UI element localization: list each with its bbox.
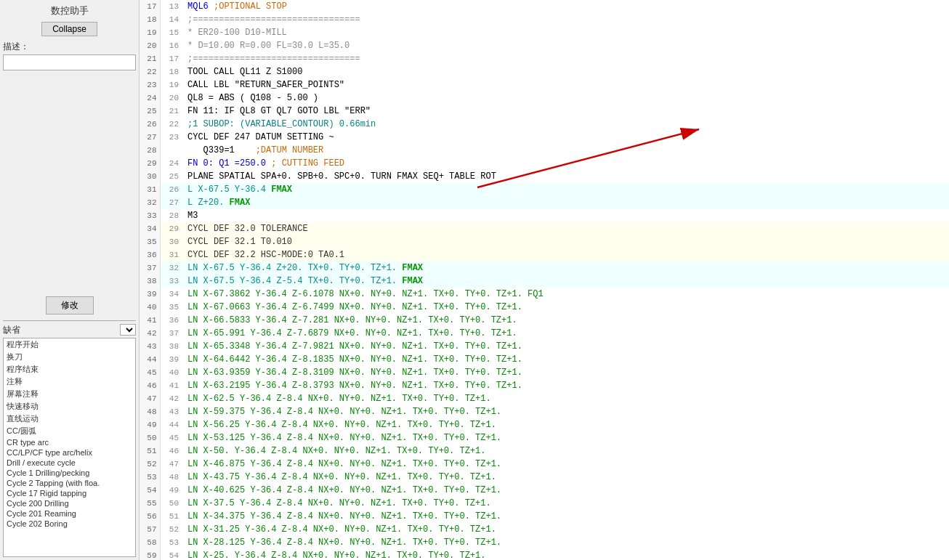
list-item[interactable]: Cycle 17 Rigid tapping — [4, 488, 135, 498]
inner-line-num: 50 — [160, 497, 183, 510]
outer-line-num: 20 — [140, 39, 160, 52]
inner-line-num: 48 — [160, 471, 183, 484]
table-row: 1814;================================ — [140, 13, 949, 26]
code-line: LN X-40.625 Y-36.4 Z-8.4 NX+0. NY+0. NZ+… — [183, 484, 949, 497]
section-label-text: 缺省 — [3, 324, 20, 336]
outer-line-num: 18 — [140, 13, 160, 26]
list-item[interactable]: Cycle 1 Drilling/pecking — [4, 468, 135, 478]
list-item[interactable]: 注释 — [4, 376, 135, 388]
code-line: LN X-46.875 Y-36.4 Z-8.4 NX+0. NY+0. NZ+… — [183, 458, 949, 471]
outer-line-num: 30 — [140, 170, 160, 183]
list-item[interactable]: 程序开始 — [4, 338, 135, 351]
inner-line-num: 54 — [160, 549, 183, 560]
inner-line-num: 15 — [160, 26, 183, 39]
collapse-button[interactable]: Collapse — [41, 22, 97, 36]
outer-line-num: 22 — [140, 65, 160, 78]
inner-line-num: 30 — [160, 235, 183, 248]
inner-line-num: 51 — [160, 510, 183, 523]
code-line: TOOL CALL QL11 Z S1000 — [183, 65, 949, 78]
outer-line-num: 39 — [140, 288, 160, 301]
code-line: LN X-37.5 Y-36.4 Z-8.4 NX+0. NY+0. NZ+1.… — [183, 497, 949, 510]
table-row: 1915* ER20-100 D10-MILL — [140, 26, 949, 39]
code-line: LN X-65.3348 Y-36.4 Z-7.9821 NX+0. NY+0.… — [183, 340, 949, 353]
outer-line-num: 58 — [140, 536, 160, 549]
code-line: ;1 SUBOP: (VARIABLE_CONTOUR) 0.66min — [183, 118, 949, 131]
table-row: 5247LN X-46.875 Y-36.4 Z-8.4 NX+0. NY+0.… — [140, 458, 949, 471]
code-line: LN X-63.2195 Y-36.4 Z-8.3793 NX+0. NY+0.… — [183, 379, 949, 392]
code-line: ;================================ — [183, 13, 949, 26]
table-row: 4540LN X-63.9359 Y-36.4 Z-8.3109 NX+0. N… — [140, 366, 949, 379]
list-item[interactable]: 程序结束 — [4, 363, 135, 376]
outer-line-num: 52 — [140, 458, 160, 471]
sidebar-title: 数控助手 — [3, 3, 136, 20]
list-area: 程序开始换刀程序结束注释屏幕注释快速移动直线运动CC/圆弧CR type arc… — [3, 338, 136, 558]
list-item[interactable]: Cycle 200 Drilling — [4, 498, 135, 508]
inner-line-num: 20 — [160, 92, 183, 105]
list-item[interactable]: 直线运动 — [4, 413, 135, 425]
code-line: * ER20-100 D10-MILL — [183, 26, 949, 39]
list-item[interactable]: 快速移动 — [4, 400, 135, 413]
code-line: LN X-64.6442 Y-36.4 Z-8.1835 NX+0. NY+0.… — [183, 353, 949, 366]
code-line: LN X-67.5 Y-36.4 Z+20. TX+0. TY+0. TZ+1.… — [183, 261, 949, 275]
table-row: 3328M3 — [140, 209, 949, 222]
inner-line-num: 45 — [160, 431, 183, 445]
list-item[interactable]: CR type arc — [4, 437, 135, 447]
list-item[interactable]: 屏幕注释 — [4, 388, 135, 400]
code-line: LN X-62.5 Y-36.4 Z-8.4 NX+0. NY+0. NZ+1.… — [183, 392, 949, 405]
table-row: 3934LN X-67.3862 Y-36.4 Z-6.1078 NX+0. N… — [140, 288, 949, 301]
table-row: 3025PLANE SPATIAL SPA+0. SPB+0. SPC+0. T… — [140, 170, 949, 183]
inner-line-num: 39 — [160, 353, 183, 366]
inner-line-num: 46 — [160, 445, 183, 458]
section-select[interactable] — [120, 324, 136, 336]
table-row: 4742LN X-62.5 Y-36.4 Z-8.4 NX+0. NY+0. N… — [140, 392, 949, 405]
table-row: 5550LN X-37.5 Y-36.4 Z-8.4 NX+0. NY+0. N… — [140, 497, 949, 510]
outer-line-num: 35 — [140, 235, 160, 248]
outer-line-num: 53 — [140, 471, 160, 484]
code-line: FN 11: IF QL8 GT QL7 GOTO LBL "ERR" — [183, 105, 949, 118]
list-item[interactable]: CC/LP/CF type arc/helix — [4, 447, 135, 458]
desc-input[interactable] — [3, 54, 136, 70]
table-row: 4035LN X-67.0663 Y-36.4 Z-6.7499 NX+0. N… — [140, 301, 949, 314]
code-line: CYCL DEF 247 DATUM SETTING ~ — [183, 131, 949, 144]
modify-button[interactable]: 修改 — [46, 296, 94, 315]
table-row: 5954LN X-25. Y-36.4 Z-8.4 NX+0. NY+0. NZ… — [140, 549, 949, 560]
outer-line-num: 28 — [140, 144, 160, 157]
table-row: 2521FN 11: IF QL8 GT QL7 GOTO LBL "ERR" — [140, 105, 949, 118]
inner-line-num: 17 — [160, 52, 183, 65]
table-row: 4237LN X-65.991 Y-36.4 Z-7.6879 NX+0. NY… — [140, 327, 949, 340]
inner-line-num: 18 — [160, 65, 183, 78]
table-row: 2723CYCL DEF 247 DATUM SETTING ~ — [140, 131, 949, 144]
inner-line-num: 41 — [160, 379, 183, 392]
code-line: PLANE SPATIAL SPA+0. SPB+0. SPC+0. TURN … — [183, 170, 949, 183]
inner-line-num: 13 — [160, 0, 183, 13]
list-item[interactable]: 换刀 — [4, 351, 135, 363]
table-row: 3126L X-67.5 Y-36.4 FMAX — [140, 183, 949, 196]
code-line: LN X-25. Y-36.4 Z-8.4 NX+0. NY+0. NZ+1. … — [183, 549, 949, 560]
list-item[interactable]: Drill / execute cycle — [4, 458, 135, 468]
inner-line-num: 53 — [160, 536, 183, 549]
outer-line-num: 59 — [140, 549, 160, 560]
inner-line-num: 40 — [160, 366, 183, 379]
table-row: 5853LN X-28.125 Y-36.4 Z-8.4 NX+0. NY+0.… — [140, 536, 949, 549]
inner-line-num: 35 — [160, 301, 183, 314]
inner-line-num: 38 — [160, 340, 183, 353]
code-line: M3 — [183, 209, 949, 222]
inner-line-num: 36 — [160, 314, 183, 327]
inner-line-num: 43 — [160, 405, 183, 418]
list-item[interactable]: Cycle 2 Tapping (with floa. — [4, 478, 135, 488]
table-row: 4641LN X-63.2195 Y-36.4 Z-8.3793 NX+0. N… — [140, 379, 949, 392]
list-item[interactable]: CC/圆弧 — [4, 425, 135, 437]
outer-line-num: 32 — [140, 196, 160, 209]
outer-line-num: 25 — [140, 105, 160, 118]
inner-line-num: 22 — [160, 118, 183, 131]
table-row: 2016* D=10.00 R=0.00 FL=30.0 L=35.0 — [140, 39, 949, 52]
outer-line-num: 24 — [140, 92, 160, 105]
inner-line-num: 27 — [160, 196, 183, 209]
inner-line-num: 49 — [160, 484, 183, 497]
list-item[interactable]: Cycle 201 Reaming — [4, 508, 135, 519]
table-row: 4843LN X-59.375 Y-36.4 Z-8.4 NX+0. NY+0.… — [140, 405, 949, 418]
table-row: 5651LN X-34.375 Y-36.4 Z-8.4 NX+0. NY+0.… — [140, 510, 949, 523]
outer-line-num: 27 — [140, 131, 160, 144]
outer-line-num: 38 — [140, 275, 160, 288]
list-item[interactable]: Cycle 202 Boring — [4, 519, 135, 529]
